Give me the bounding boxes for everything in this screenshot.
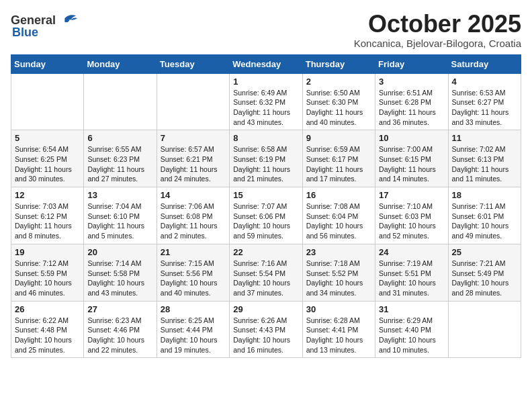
- cell-info: Sunset: 6:01 PM: [452, 212, 517, 222]
- day-number: 19: [15, 247, 80, 257]
- calendar-week-5: 26Sunrise: 6:22 AMSunset: 4:48 PMDayligh…: [11, 301, 521, 358]
- cell-info: Sunset: 6:28 PM: [379, 97, 444, 107]
- cell-info: Daylight: 11 hours: [87, 221, 152, 231]
- calendar-cell: [448, 301, 521, 358]
- cell-info: Daylight: 11 hours: [306, 165, 371, 175]
- cell-info: Sunset: 6:08 PM: [161, 212, 226, 222]
- cell-info: Sunset: 4:46 PM: [87, 325, 152, 335]
- day-number: 23: [306, 247, 371, 257]
- cell-info: Sunset: 5:52 PM: [306, 269, 371, 279]
- cell-info: Sunrise: 6:59 AM: [306, 144, 371, 154]
- calendar-cell: 13Sunrise: 7:04 AMSunset: 6:10 PMDayligh…: [84, 187, 157, 244]
- cell-info: Daylight: 10 hours: [161, 278, 226, 288]
- cell-info: Sunset: 6:19 PM: [233, 154, 298, 165]
- calendar-cell: 1Sunrise: 6:49 AMSunset: 6:32 PMDaylight…: [230, 73, 302, 130]
- calendar-cell: 29Sunrise: 6:26 AMSunset: 4:43 PMDayligh…: [230, 301, 302, 358]
- day-number: 9: [306, 133, 371, 143]
- cell-info: Sunset: 4:48 PM: [15, 325, 80, 335]
- calendar-cell: 14Sunrise: 7:06 AMSunset: 6:08 PMDayligh…: [157, 187, 229, 244]
- cell-info: Sunrise: 7:06 AM: [161, 201, 226, 212]
- cell-info: Sunrise: 6:28 AM: [306, 316, 371, 326]
- cell-info: Daylight: 11 hours: [161, 165, 226, 175]
- cell-info: Daylight: 10 hours: [306, 278, 371, 288]
- calendar-cell: 21Sunrise: 7:15 AMSunset: 5:56 PMDayligh…: [157, 244, 229, 301]
- calendar-cell: 28Sunrise: 6:25 AMSunset: 4:44 PMDayligh…: [157, 301, 229, 358]
- cell-info: and 59 minutes.: [233, 231, 298, 241]
- calendar-cell: 27Sunrise: 6:23 AMSunset: 4:46 PMDayligh…: [84, 301, 157, 358]
- calendar-cell: 17Sunrise: 7:10 AMSunset: 6:03 PMDayligh…: [375, 187, 448, 244]
- cell-info: and 33 minutes.: [452, 118, 517, 128]
- cell-info: Sunrise: 6:23 AM: [87, 316, 152, 326]
- cell-info: Daylight: 11 hours: [233, 165, 298, 175]
- cell-info: Sunset: 6:25 PM: [15, 154, 80, 165]
- title-block: October 2025 Koncanica, Bjelovar-Bilogor…: [354, 11, 521, 49]
- col-header-monday: Monday: [84, 54, 157, 73]
- cell-info: Daylight: 10 hours: [379, 221, 444, 231]
- cell-info: Sunrise: 6:58 AM: [233, 144, 298, 154]
- cell-info: Sunset: 6:32 PM: [233, 97, 298, 107]
- logo-blue: Blue: [12, 26, 38, 40]
- day-number: 1: [233, 77, 298, 87]
- cell-info: and 31 minutes.: [379, 288, 444, 298]
- cell-info: Sunset: 6:03 PM: [379, 212, 444, 222]
- calendar-cell: [11, 73, 84, 130]
- cell-info: and 11 minutes.: [452, 174, 517, 184]
- cell-info: Sunset: 5:54 PM: [233, 269, 298, 279]
- month-title: October 2025: [354, 11, 521, 38]
- day-number: 26: [15, 304, 80, 314]
- cell-info: Sunrise: 6:54 AM: [15, 144, 80, 154]
- calendar-cell: 15Sunrise: 7:07 AMSunset: 6:06 PMDayligh…: [230, 187, 302, 244]
- cell-info: and 22 minutes.: [87, 345, 152, 355]
- col-header-tuesday: Tuesday: [157, 54, 229, 73]
- cell-info: Daylight: 11 hours: [379, 165, 444, 175]
- cell-info: and 19 minutes.: [161, 345, 226, 355]
- cell-info: Sunset: 6:15 PM: [379, 154, 444, 165]
- cell-info: and 46 minutes.: [15, 288, 80, 298]
- cell-info: and 2 minutes.: [161, 231, 226, 241]
- cell-info: Sunrise: 7:16 AM: [233, 259, 298, 269]
- cell-info: Sunset: 6:10 PM: [87, 212, 152, 222]
- cell-info: and 8 minutes.: [15, 231, 80, 241]
- cell-info: Daylight: 11 hours: [452, 165, 517, 175]
- cell-info: Daylight: 11 hours: [306, 107, 371, 118]
- cell-info: and 16 minutes.: [233, 345, 298, 355]
- cell-info: and 28 minutes.: [452, 288, 517, 298]
- calendar-cell: 25Sunrise: 7:21 AMSunset: 5:49 PMDayligh…: [448, 244, 521, 301]
- day-number: 21: [161, 247, 226, 257]
- day-number: 29: [233, 304, 298, 314]
- cell-info: Daylight: 10 hours: [161, 335, 226, 345]
- cell-info: Sunrise: 6:57 AM: [161, 144, 226, 154]
- day-number: 17: [379, 190, 444, 200]
- calendar-cell: 2Sunrise: 6:50 AMSunset: 6:30 PMDaylight…: [302, 73, 375, 130]
- cell-info: and 27 minutes.: [87, 174, 152, 184]
- cell-info: Sunset: 6:27 PM: [452, 97, 517, 107]
- calendar-week-4: 19Sunrise: 7:12 AMSunset: 5:59 PMDayligh…: [11, 244, 521, 301]
- cell-info: Daylight: 10 hours: [452, 221, 517, 231]
- day-number: 16: [306, 190, 371, 200]
- cell-info: and 36 minutes.: [379, 118, 444, 128]
- cell-info: Sunset: 4:44 PM: [161, 325, 226, 335]
- calendar-cell: [84, 73, 157, 130]
- cell-info: Sunrise: 7:02 AM: [452, 144, 517, 154]
- cell-info: Sunset: 6:30 PM: [306, 97, 371, 107]
- cell-info: Sunset: 6:13 PM: [452, 154, 517, 165]
- day-number: 18: [452, 190, 517, 200]
- calendar-table: SundayMondayTuesdayWednesdayThursdayFrid…: [11, 54, 521, 359]
- day-number: 31: [379, 304, 444, 314]
- calendar-cell: 11Sunrise: 7:02 AMSunset: 6:13 PMDayligh…: [448, 130, 521, 187]
- cell-info: Sunset: 6:17 PM: [306, 154, 371, 165]
- cell-info: Daylight: 11 hours: [452, 107, 517, 118]
- cell-info: and 17 minutes.: [306, 174, 371, 184]
- cell-info: Sunrise: 6:50 AM: [306, 88, 371, 98]
- cell-info: and 25 minutes.: [15, 345, 80, 355]
- cell-info: and 52 minutes.: [379, 231, 444, 241]
- cell-info: Sunrise: 7:14 AM: [87, 259, 152, 269]
- calendar-week-2: 5Sunrise: 6:54 AMSunset: 6:25 PMDaylight…: [11, 130, 521, 187]
- cell-info: Sunset: 5:51 PM: [379, 269, 444, 279]
- cell-info: Sunrise: 7:12 AM: [15, 259, 80, 269]
- calendar-cell: 3Sunrise: 6:51 AMSunset: 6:28 PMDaylight…: [375, 73, 448, 130]
- cell-info: and 56 minutes.: [306, 231, 371, 241]
- cell-info: Sunrise: 7:11 AM: [452, 201, 517, 212]
- calendar-cell: 26Sunrise: 6:22 AMSunset: 4:48 PMDayligh…: [11, 301, 84, 358]
- cell-info: Daylight: 11 hours: [87, 165, 152, 175]
